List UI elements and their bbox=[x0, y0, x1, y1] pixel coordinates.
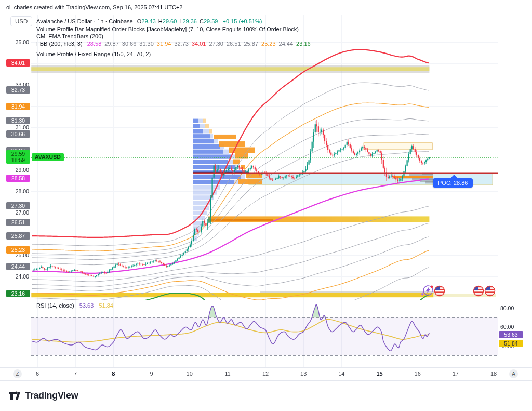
fbb-band-value: 28.58 bbox=[87, 41, 102, 47]
fbb-band-value: 31.30 bbox=[139, 41, 154, 47]
change-value: +0.15 (+0.51%) bbox=[223, 18, 262, 24]
price-axis-badge: 24.44 bbox=[6, 263, 30, 270]
timezone-button[interactable]: Z bbox=[13, 369, 22, 378]
rsi-value: 53.63 bbox=[79, 302, 94, 309]
time-axis-label-9: 9 bbox=[150, 370, 153, 377]
currency-button[interactable]: USD bbox=[10, 16, 32, 26]
time-axis-label-7: 7 bbox=[74, 370, 77, 377]
symbol-legend-row[interactable]: Avalanche / US Dollar · 1h · Coinbase O2… bbox=[36, 18, 262, 24]
indicator-legend-cm-ema[interactable]: CM_EMA TrendBars (200) bbox=[36, 33, 103, 39]
time-axis-label-11: 11 bbox=[224, 370, 230, 377]
time-axis-label-16: 16 bbox=[415, 370, 421, 377]
bar-countdown: 18:59 bbox=[6, 157, 30, 163]
rsi-ma-value: 51.84 bbox=[99, 302, 113, 309]
price-axis-badge: 28.58 bbox=[6, 175, 30, 182]
current-price: 29.59 bbox=[6, 151, 30, 157]
fbb-band-value: 27.30 bbox=[209, 41, 223, 47]
fbb-band-value: 32.73 bbox=[174, 41, 189, 47]
fbb-band-value: 26.51 bbox=[227, 41, 241, 47]
rsi-axis-label: 60.00 bbox=[500, 324, 514, 330]
tradingview-logo[interactable]: TradingView bbox=[8, 389, 78, 402]
time-axis[interactable]: Z A 6789101112131415161718 bbox=[0, 367, 532, 381]
rsi-label: RSI (14, close) bbox=[36, 302, 74, 309]
fbb-band-value: 29.87 bbox=[104, 41, 119, 47]
indicator-legend-fbb[interactable]: FBB (200, hlc3, 3) 28.5829.8730.6631.303… bbox=[36, 41, 311, 47]
symbol-price-line-label: AVAXUSD bbox=[32, 153, 64, 161]
price-axis-badge: 30.66 bbox=[6, 130, 30, 138]
ohlc-values: O29.43H29.60L29.36C29.59 bbox=[135, 18, 218, 24]
price-chart-canvas[interactable] bbox=[0, 0, 532, 411]
price-axis-badge: 27.30 bbox=[6, 202, 30, 209]
rsi-axis-badge: 51.84 bbox=[499, 340, 523, 347]
time-axis-label-14: 14 bbox=[338, 370, 344, 377]
price-axis-badge: 26.51 bbox=[6, 219, 30, 226]
fbb-band-value: 23.16 bbox=[296, 41, 311, 47]
fbb-band-value: 25.87 bbox=[244, 41, 259, 47]
time-axis-label-15: 15 bbox=[376, 370, 382, 377]
indicator-legend-fixed-range-vp[interactable]: Volume Profile / Fixed Range (150, 24, 7… bbox=[36, 51, 151, 57]
fbb-values: 28.5829.8730.6631.3031.9432.7334.0127.30… bbox=[84, 41, 311, 47]
rsi-legend-row[interactable]: RSI (14, close) 53.63 51.84 bbox=[36, 302, 113, 309]
attribution-text: ol_charles created with TradingView.com,… bbox=[6, 4, 182, 10]
ohlc-value: 29.59 bbox=[204, 18, 218, 24]
poc-label: POC: 28.86 bbox=[433, 178, 473, 188]
price-axis-label: 35.00 bbox=[4, 39, 29, 45]
fbb-band-value: 24.44 bbox=[279, 41, 294, 47]
price-axis-badge: 29.5918:59 bbox=[6, 150, 30, 164]
price-axis-badge: 34.01 bbox=[6, 59, 30, 67]
ohlc-value: 29.36 bbox=[182, 18, 197, 24]
time-axis-label-17: 17 bbox=[453, 370, 459, 377]
ohlc-value: 29.43 bbox=[141, 18, 156, 24]
symbol-title: Avalanche / US Dollar · 1h · Coinbase bbox=[36, 18, 133, 24]
rsi-axis-label: 80.00 bbox=[500, 305, 514, 311]
tradingview-logo-text: TradingView bbox=[25, 390, 78, 401]
tradingview-logo-icon bbox=[8, 389, 21, 402]
ohlc-key: H bbox=[158, 18, 163, 24]
price-axis-badge: 32.73 bbox=[6, 86, 30, 94]
price-axis-badge: 25.87 bbox=[6, 232, 30, 240]
fbb-band-value: 25.23 bbox=[261, 41, 276, 47]
time-axis-label-13: 13 bbox=[300, 370, 307, 377]
fbb-band-value: 31.94 bbox=[157, 41, 171, 47]
time-axis-label-8: 8 bbox=[112, 370, 115, 377]
price-axis-badge: 31.94 bbox=[6, 103, 30, 110]
price-axis-label: 27.00 bbox=[4, 209, 29, 216]
price-axis-badge: 25.23 bbox=[6, 246, 30, 254]
time-axis-label-6: 6 bbox=[36, 370, 39, 377]
adjust-button[interactable]: A bbox=[509, 369, 518, 378]
ohlc-value: 29.60 bbox=[163, 18, 177, 24]
indicator-legend-volume-profile-ob[interactable]: Volume Profile Bar-Magnified Order Block… bbox=[36, 26, 299, 32]
ohlc-key: C bbox=[200, 18, 204, 24]
time-axis-label-18: 18 bbox=[490, 370, 497, 377]
price-axis-badge: 31.30 bbox=[6, 117, 30, 124]
price-axis-label: 28.00 bbox=[4, 188, 29, 194]
axis-separator bbox=[31, 15, 31, 367]
price-axis-label: 24.00 bbox=[4, 273, 29, 280]
tradingview-chart-page: ol_charles created with TradingView.com,… bbox=[0, 0, 532, 411]
price-axis-badge: 23.16 bbox=[6, 290, 30, 297]
ohlc-key: O bbox=[137, 18, 142, 24]
time-axis-label-10: 10 bbox=[187, 370, 193, 377]
time-axis-label-12: 12 bbox=[262, 370, 269, 377]
fbb-label: FBB (200, hlc3, 3) bbox=[36, 41, 83, 47]
price-axis-label: 29.00 bbox=[4, 167, 29, 173]
price-axis-label: 31.00 bbox=[4, 124, 29, 130]
rsi-axis-badge: 53.63 bbox=[499, 331, 523, 338]
fbb-band-value: 34.01 bbox=[192, 41, 206, 47]
fbb-band-value: 30.66 bbox=[122, 41, 137, 47]
